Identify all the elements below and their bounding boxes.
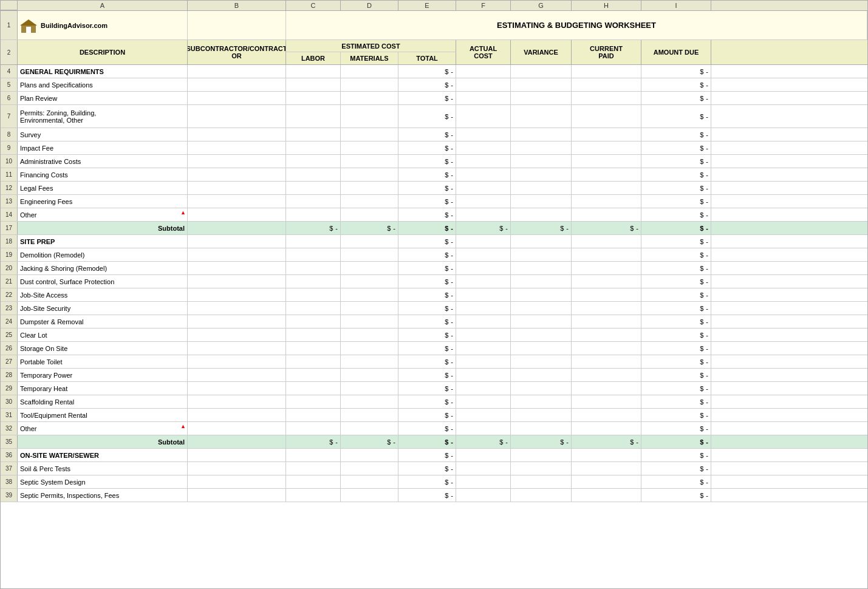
cell-31-g — [511, 409, 572, 421]
cell-11-d — [341, 168, 398, 181]
cell-12-b — [188, 182, 286, 194]
cell-38-h — [572, 475, 641, 488]
row-num-12: 12 — [1, 182, 18, 194]
row-24: 24 Dumpster & Removal $- $- — [1, 315, 867, 329]
cell-32-e: $- — [398, 422, 456, 435]
row-num-38: 38 — [1, 475, 18, 488]
cell-37-b — [188, 462, 286, 475]
cell-17-b — [188, 222, 286, 234]
cell-35-c: $- — [286, 435, 341, 448]
cell-20-i: $- — [641, 262, 711, 274]
cell-35-h: $- — [572, 435, 641, 448]
cell-18-e: $- — [398, 235, 456, 248]
cell-20-f — [456, 262, 511, 274]
cell-11-i: $- — [641, 168, 711, 181]
col-header-e: E — [398, 1, 456, 10]
row-num-31: 31 — [1, 409, 18, 421]
cell-10-c — [286, 155, 341, 168]
cell-22-f — [456, 288, 511, 301]
row-5: 5 Plans and Specifications $- $- — [1, 78, 867, 92]
row-29: 29 Temporary Heat $- $- — [1, 382, 867, 395]
cell-18-c — [286, 235, 341, 248]
cell-25-d — [341, 329, 398, 341]
cell-28-d — [341, 369, 398, 381]
row-25: 25 Clear Lot $- $- — [1, 329, 867, 342]
cell-13-d — [341, 195, 398, 208]
row-17-subtotal: 17 Subtotal $- $- $- $- $- $- $- — [1, 222, 867, 235]
worksheet-title-span — [188, 11, 286, 39]
cell-6-d — [341, 92, 398, 104]
row-30: 30 Scaffolding Rental $- $- — [1, 395, 867, 409]
cell-30-c — [286, 395, 341, 408]
cell-31-a: Tool/Equipment Rental — [18, 409, 188, 421]
row-num-19: 19 — [1, 248, 18, 261]
cell-17-a: Subtotal — [18, 222, 188, 234]
cell-12-e: $- — [398, 182, 456, 194]
row-8: 8 Survey $- $- — [1, 128, 867, 141]
cell-39-c — [286, 489, 341, 502]
cell-38-a: Septic System Design — [18, 475, 188, 488]
cell-27-b — [188, 355, 286, 368]
row-num-7: 7 — [1, 105, 18, 128]
corner-cell — [1, 1, 18, 10]
cell-19-f — [456, 248, 511, 261]
svg-rect-2 — [26, 27, 31, 33]
cell-13-i: $- — [641, 195, 711, 208]
cell-12-h — [572, 182, 641, 194]
cell-8-g — [511, 128, 572, 141]
labor-header: LABOR — [286, 52, 341, 64]
cell-14-b — [188, 208, 286, 221]
row-num-21: 21 — [1, 275, 18, 288]
row-38: 38 Septic System Design $- $- — [1, 475, 867, 489]
cell-6-f — [456, 92, 511, 104]
cell-7-f — [456, 105, 511, 128]
row-9: 9 Impact Fee $- $- — [1, 141, 867, 155]
cell-37-d — [341, 462, 398, 475]
cell-21-d — [341, 275, 398, 288]
row-num-10: 10 — [1, 155, 18, 168]
estimated-cost-header: ESTIMATED COST — [286, 40, 456, 52]
cell-39-g — [511, 489, 572, 502]
cell-23-d — [341, 302, 398, 315]
title-row: 1 BuildingAdvisor.com ESTIMATING & BUDGE… — [1, 11, 867, 40]
row-27: 27 Portable Toilet $- $- — [1, 355, 867, 369]
amount-due-header: AMOUNT DUE — [641, 40, 711, 64]
row-num-25: 25 — [1, 329, 18, 341]
cell-39-a: Septic Permits, Inspections, Fees — [18, 489, 188, 502]
col-header-f: F — [456, 1, 511, 10]
cell-38-b — [188, 475, 286, 488]
cell-30-e: $- — [398, 395, 456, 408]
cell-22-d — [341, 288, 398, 301]
cell-23-a: Job-Site Security — [18, 302, 188, 315]
cell-27-e: $- — [398, 355, 456, 368]
cell-11-g — [511, 168, 572, 181]
cell-7-a: Permits: Zoning, Building, Environmental… — [18, 105, 188, 128]
row-num-1: 1 — [1, 11, 18, 39]
cell-29-i: $- — [641, 382, 711, 395]
cell-28-b — [188, 369, 286, 381]
row-num-35: 35 — [1, 435, 18, 448]
row-num-5: 5 — [1, 78, 18, 91]
cell-37-g — [511, 462, 572, 475]
cell-8-b — [188, 128, 286, 141]
cell-31-f — [456, 409, 511, 421]
cell-27-d — [341, 355, 398, 368]
row-28: 28 Temporary Power $- $- — [1, 369, 867, 382]
logo-text: BuildingAdvisor.com — [41, 22, 108, 29]
cell-36-b — [188, 449, 286, 461]
cell-30-d — [341, 395, 398, 408]
row-num-26: 26 — [1, 342, 18, 355]
row-23: 23 Job-Site Security $- $- — [1, 302, 867, 315]
cell-37-h — [572, 462, 641, 475]
cell-8-f — [456, 128, 511, 141]
cell-9-a: Impact Fee — [18, 141, 188, 154]
cell-39-d — [341, 489, 398, 502]
cell-22-h — [572, 288, 641, 301]
row-num-30: 30 — [1, 395, 18, 408]
cell-14-g — [511, 208, 572, 221]
row-37: 37 Soil & Perc Tests $- $- — [1, 462, 867, 475]
cell-38-d — [341, 475, 398, 488]
cell-6-a: Plan Review — [18, 92, 188, 104]
cell-19-e: $- — [398, 248, 456, 261]
header-rows: 2 DESCRIPTION SUBCONTRACTOR/CONTRACT OR … — [1, 40, 867, 65]
